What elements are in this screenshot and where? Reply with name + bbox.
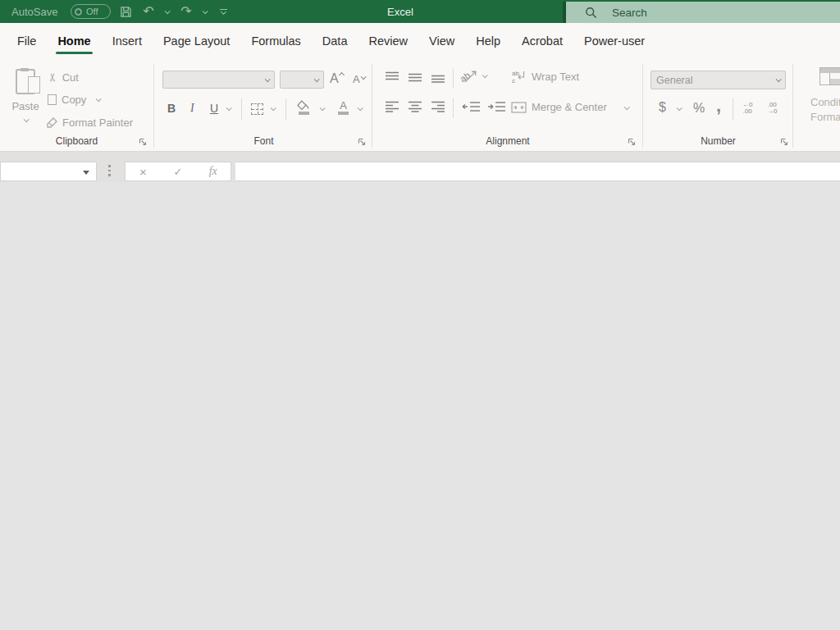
window-title: Excel — [387, 6, 413, 18]
search-placeholder: Search — [612, 7, 647, 19]
bold-button[interactable]: B — [167, 102, 176, 115]
percent-icon: % — [693, 101, 705, 116]
orientation-button[interactable]: ab — [460, 67, 480, 85]
increase-indent-button[interactable] — [487, 100, 506, 113]
merge-and-center-button[interactable]: Merge & Center — [511, 101, 607, 113]
name-box[interactable] — [0, 162, 97, 181]
group-divider — [372, 64, 372, 148]
name-box-dropdown-icon[interactable] — [83, 171, 89, 175]
formula-input[interactable] — [235, 162, 840, 181]
decrease-indent-button[interactable] — [462, 100, 481, 113]
ribbon: Paste ✂ Cut Copy Format Painter Clipboar… — [0, 59, 840, 151]
comma-style-button[interactable]: , — [716, 95, 721, 116]
font-color-dropdown-button[interactable] — [358, 107, 362, 111]
conditional-formatting-button[interactable] — [819, 67, 840, 85]
undo-button[interactable]: ↶ — [139, 0, 158, 23]
tab-insert[interactable]: Insert — [102, 23, 153, 59]
chevron-down-icon[interactable] — [23, 116, 29, 122]
customize-qat-icon — [220, 9, 227, 14]
decrease-indent-icon — [462, 100, 481, 113]
insert-function-button[interactable]: fx — [195, 165, 231, 178]
fill-color-dropdown-button[interactable] — [320, 107, 324, 111]
tab-label: Home — [57, 34, 90, 48]
font-name-combo[interactable] — [162, 71, 275, 89]
copy-button[interactable]: Copy — [48, 94, 100, 106]
increase-indent-icon — [487, 100, 506, 113]
center-align-icon — [407, 100, 423, 113]
chevron-down-icon[interactable] — [96, 96, 102, 102]
customize-quick-access-toolbar-button[interactable] — [215, 0, 231, 23]
title-bar: AutoSave Off ↶ ↷ Excel Search — [0, 0, 840, 23]
format-painter-icon — [46, 117, 57, 129]
accounting-format-dropdown-button[interactable] — [677, 107, 681, 111]
increase-decimal-button[interactable]: ←0 .00 — [742, 102, 752, 115]
align-left-button[interactable] — [384, 100, 400, 113]
svg-text:c: c — [512, 77, 515, 84]
align-right-icon — [430, 100, 446, 113]
orientation-dropdown-button[interactable] — [482, 74, 486, 78]
number-dialog-launcher[interactable] — [780, 138, 788, 146]
fill-color-icon — [297, 100, 310, 115]
wrap-text-button[interactable]: ab c Wrap Text — [511, 70, 579, 83]
chevron-down-icon — [776, 76, 782, 82]
cancel-button[interactable]: × — [126, 165, 161, 179]
bottom-align-button[interactable] — [430, 71, 446, 84]
tab-acrobat[interactable]: Acrobat — [511, 23, 573, 59]
align-right-button[interactable] — [430, 100, 446, 113]
enter-button[interactable]: ✓ — [161, 166, 196, 178]
percent-style-button[interactable]: % — [693, 101, 705, 116]
toggle-knob-icon — [75, 8, 82, 16]
center-button[interactable] — [407, 100, 423, 113]
redo-button[interactable]: ↷ — [177, 0, 195, 23]
redo-dropdown-button[interactable] — [199, 0, 210, 23]
number-group-label: Number — [644, 135, 792, 147]
tab-page-layout[interactable]: Page Layout — [153, 23, 240, 59]
underline-dropdown-button[interactable] — [226, 107, 231, 111]
alignment-dialog-launcher[interactable] — [628, 138, 636, 146]
scissors-icon: ✂ — [46, 72, 59, 82]
tab-help[interactable]: Help — [465, 23, 511, 59]
middle-align-button[interactable] — [407, 71, 423, 84]
chevron-down-icon — [624, 104, 630, 110]
accounting-format-button[interactable]: $ — [659, 100, 666, 115]
chevron-down-icon — [202, 8, 208, 14]
dialog-launcher-icon — [358, 138, 366, 146]
decrease-decimal-button[interactable]: .00 →0 — [767, 102, 777, 115]
borders-button[interactable] — [251, 103, 263, 115]
underline-button[interactable]: U — [210, 102, 218, 115]
merge-center-dropdown-button[interactable] — [624, 106, 628, 110]
top-align-button[interactable] — [384, 71, 400, 84]
format-painter-button[interactable]: Format Painter — [46, 116, 133, 129]
number-format-combo[interactable]: General — [651, 71, 786, 89]
copy-label: Copy — [62, 94, 86, 106]
search-box[interactable]: Search — [563, 2, 840, 23]
separator — [733, 98, 733, 120]
conditional-formatting-label[interactable]: Conditional Formatting — [810, 95, 840, 125]
increase-font-size-button[interactable]: A — [330, 71, 344, 86]
font-color-icon: A — [338, 100, 349, 115]
paste-button[interactable]: Paste — [7, 66, 44, 144]
tab-home[interactable]: Home — [47, 23, 101, 59]
tab-data[interactable]: Data — [312, 23, 358, 59]
font-dialog-launcher[interactable] — [358, 138, 366, 146]
borders-dropdown-button[interactable] — [271, 107, 275, 111]
formula-bar-resize-handle[interactable] — [108, 165, 111, 176]
font-color-button[interactable]: A — [338, 100, 349, 115]
tab-view[interactable]: View — [418, 23, 465, 59]
undo-dropdown-button[interactable] — [161, 0, 172, 23]
autosave-toggle[interactable]: Off — [71, 4, 111, 19]
bold-icon: B — [167, 102, 176, 115]
group-divider — [792, 64, 793, 148]
tab-power-user[interactable]: Power-user — [573, 23, 655, 59]
cut-button[interactable]: ✂ Cut — [48, 71, 79, 84]
tab-review[interactable]: Review — [358, 23, 418, 59]
fill-color-button[interactable] — [297, 100, 310, 115]
italic-button[interactable]: I — [190, 102, 194, 115]
decrease-font-size-button[interactable]: A — [353, 73, 365, 85]
tab-file[interactable]: File — [7, 23, 47, 59]
clipboard-dialog-launcher[interactable] — [139, 138, 147, 146]
tab-formulas[interactable]: Formulas — [240, 23, 311, 59]
separator — [453, 69, 454, 89]
save-button[interactable] — [116, 0, 135, 23]
font-size-combo[interactable] — [280, 71, 324, 89]
